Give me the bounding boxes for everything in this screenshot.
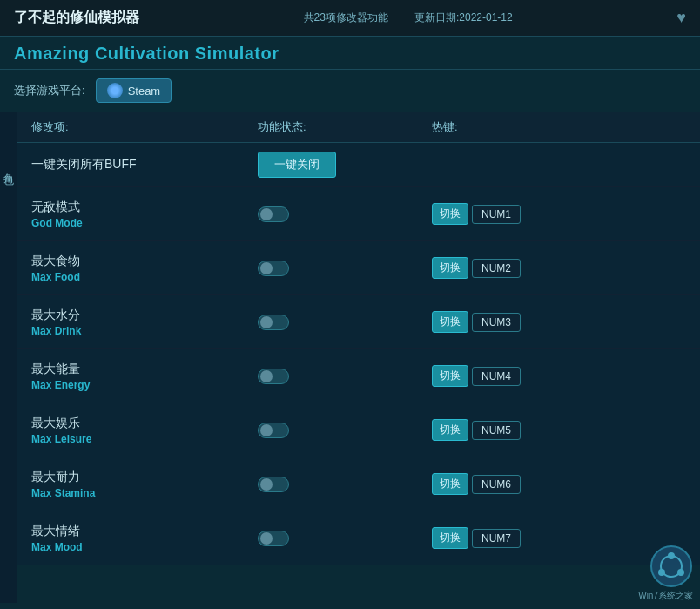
mod-row: 最大食物 Max Food 切换 NUM2 xyxy=(17,241,700,295)
mod-name-cell: 无敌模式 God Mode xyxy=(31,200,258,229)
mod-name-cell: 最大能量 Max Energy xyxy=(31,362,258,391)
toggle-switch[interactable] xyxy=(258,206,289,222)
mod-name-en: Max Drink xyxy=(31,325,258,337)
toggle-switch[interactable] xyxy=(258,531,289,546)
hotkey-key-label: NUM6 xyxy=(472,475,521,494)
watermark-text: Win7系统之家 xyxy=(638,590,693,602)
mod-toggle-cell xyxy=(258,315,432,330)
mod-name-cell: 最大情绪 Max Mood xyxy=(31,524,258,553)
main-title-en: Amazing Cultivation Simulator xyxy=(14,44,279,63)
watermark: Win7系统之家 xyxy=(638,545,693,602)
one-click-button[interactable]: 一键关闭 xyxy=(258,152,336,178)
watermark-logo-icon xyxy=(650,545,693,588)
mod-toggle-cell xyxy=(258,261,432,276)
mod-row: 最大水分 Max Drink 切换 NUM3 xyxy=(17,295,700,349)
hotkey-area: 切换 NUM4 xyxy=(432,365,686,387)
mod-rows-container: 无敌模式 God Mode 切换 NUM1 最大食物 Max Food xyxy=(17,187,700,565)
mod-name-en: Max Leisure xyxy=(31,433,258,445)
one-click-label: 一键关闭所有BUFF xyxy=(31,157,258,173)
toggle-switch[interactable] xyxy=(258,369,289,384)
mod-name-cn: 最大耐力 xyxy=(31,470,258,485)
favorite-icon[interactable]: ♥ xyxy=(676,9,686,27)
toggle-knob xyxy=(260,262,273,274)
mod-name-cn: 最大情绪 xyxy=(31,524,258,539)
mod-row: 最大能量 Max Energy 切换 NUM4 xyxy=(17,349,700,403)
hotkey-key-label: NUM1 xyxy=(472,205,521,224)
mod-name-cn: 最大食物 xyxy=(31,254,258,269)
svg-point-4 xyxy=(658,569,665,576)
hotkey-area: 切换 NUM3 xyxy=(432,311,686,333)
mod-toggle-cell xyxy=(258,206,432,222)
one-click-row: 一键关闭所有BUFF 一键关闭 xyxy=(17,143,700,187)
toggle-knob xyxy=(260,370,273,382)
hotkey-toggle-button[interactable]: 切换 xyxy=(432,527,468,549)
mod-name-en: Max Stamina xyxy=(31,487,258,499)
toggle-knob xyxy=(260,316,273,328)
hotkey-toggle-button[interactable]: 切换 xyxy=(432,257,468,279)
hotkey-key-label: NUM3 xyxy=(472,313,521,332)
hotkey-toggle-button[interactable]: 切换 xyxy=(432,365,468,387)
toggle-switch[interactable] xyxy=(258,315,289,330)
toggle-knob xyxy=(260,532,273,545)
one-click-btn-cell: 一键关闭 xyxy=(258,152,432,178)
mod-row: 最大娱乐 Max Leisure 切换 NUM5 xyxy=(17,403,700,457)
platform-label: 选择游戏平台: xyxy=(14,83,85,98)
mod-name-cn: 最大水分 xyxy=(31,308,258,323)
hotkey-toggle-button[interactable]: 切换 xyxy=(432,203,468,225)
content-wrapper: 角色 修改项: 功能状态: 热键: 一键关闭所有BUFF 一键关闭 无敌模式 G… xyxy=(0,112,700,603)
hotkey-key-label: NUM2 xyxy=(472,259,521,278)
svg-point-0 xyxy=(651,546,691,586)
svg-point-3 xyxy=(677,569,684,576)
toggle-knob xyxy=(260,424,273,436)
mod-name-cell: 最大水分 Max Drink xyxy=(31,308,258,337)
col-status-header: 功能状态: xyxy=(258,119,432,135)
mod-name-en: Max Energy xyxy=(31,379,258,391)
hotkey-toggle-button[interactable]: 切换 xyxy=(432,419,468,441)
mod-toggle-cell xyxy=(258,531,432,546)
col-hotkey-header: 热键: xyxy=(432,119,686,135)
hotkey-area: 切换 NUM2 xyxy=(432,257,686,279)
toggle-switch[interactable] xyxy=(258,261,289,276)
update-date-label: 更新日期:2022-01-12 xyxy=(414,10,513,25)
hotkey-toggle-button[interactable]: 切换 xyxy=(432,473,468,495)
mod-toggle-cell xyxy=(258,423,432,438)
col-mod-header: 修改项: xyxy=(31,119,258,135)
platform-area: 选择游戏平台: Steam xyxy=(0,70,700,112)
mod-name-en: God Mode xyxy=(31,217,258,229)
mod-row: 最大情绪 Max Mood 切换 NUM7 xyxy=(17,511,700,565)
mod-row: 最大耐力 Max Stamina 切换 NUM6 xyxy=(17,457,700,511)
header-title-cn: 了不起的修仙模拟器 xyxy=(14,9,139,27)
mod-toggle-cell xyxy=(258,369,432,384)
hotkey-area: 切换 NUM5 xyxy=(432,419,686,441)
mod-name-cell: 最大食物 Max Food xyxy=(31,254,258,283)
toggle-knob xyxy=(260,208,273,220)
hotkey-area: 切换 NUM6 xyxy=(432,473,686,495)
sidebar: 角色 xyxy=(0,112,17,603)
steam-button[interactable]: Steam xyxy=(96,78,172,103)
mod-name-cn: 最大娱乐 xyxy=(31,416,258,431)
header-center: 共23项修改器功能 更新日期:2022-01-12 xyxy=(304,10,513,25)
header-bar: 了不起的修仙模拟器 共23项修改器功能 更新日期:2022-01-12 ♥ xyxy=(0,0,700,37)
mod-name-cell: 最大娱乐 Max Leisure xyxy=(31,416,258,445)
hotkey-key-label: NUM7 xyxy=(472,529,521,548)
hotkey-key-label: NUM4 xyxy=(472,367,521,386)
hotkey-key-label: NUM5 xyxy=(472,421,521,440)
steam-label: Steam xyxy=(128,85,161,98)
hotkey-toggle-button[interactable]: 切换 xyxy=(432,311,468,333)
total-mods-label: 共23项修改器功能 xyxy=(304,10,388,25)
main-title-area: Amazing Cultivation Simulator xyxy=(0,37,700,70)
mod-toggle-cell xyxy=(258,477,432,492)
svg-point-2 xyxy=(668,552,675,559)
toggle-knob xyxy=(260,478,273,491)
mod-name-cn: 最大能量 xyxy=(31,362,258,377)
toggle-switch[interactable] xyxy=(258,477,289,492)
mod-name-cell: 最大耐力 Max Stamina xyxy=(31,470,258,499)
mod-name-cn: 无敌模式 xyxy=(31,200,258,215)
mod-name-en: Max Mood xyxy=(31,541,258,553)
column-headers: 修改项: 功能状态: 热键: xyxy=(17,112,700,143)
toggle-switch[interactable] xyxy=(258,423,289,438)
sidebar-label: 角色 xyxy=(1,165,16,168)
mod-name-en: Max Food xyxy=(31,271,258,283)
main-panel[interactable]: 修改项: 功能状态: 热键: 一键关闭所有BUFF 一键关闭 无敌模式 God … xyxy=(17,112,700,603)
hotkey-area: 切换 NUM1 xyxy=(432,203,686,225)
